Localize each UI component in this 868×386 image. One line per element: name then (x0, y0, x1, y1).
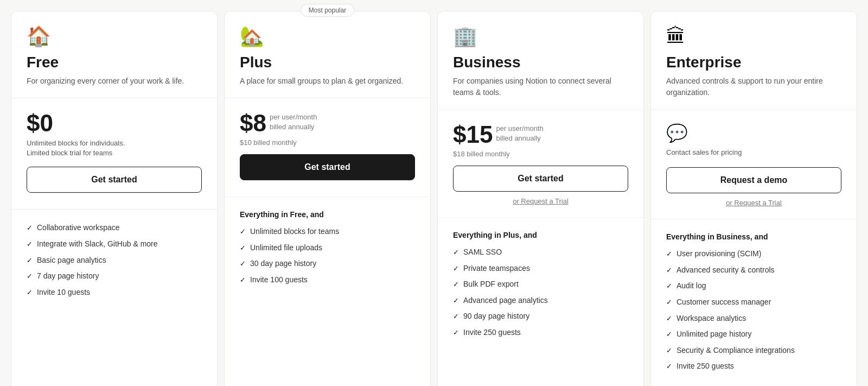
feature-item: ✓ Integrate with Slack, GitHub & more (27, 239, 202, 250)
feature-item: ✓ Audit log (666, 281, 841, 292)
features-heading-enterprise: Everything in Business, and (666, 232, 841, 241)
feature-text: Audit log (676, 281, 706, 292)
card-features-free: ✓ Collaborative workspace ✓ Integrate wi… (11, 210, 217, 318)
feature-text: Basic page analytics (37, 255, 106, 266)
chat-icon: 💬 (666, 123, 841, 143)
price-monthly-plus: $10 billed monthly (240, 138, 415, 147)
feature-text: 30 day page history (250, 258, 316, 269)
feature-item: ✓ Basic page analytics (27, 255, 202, 266)
card-pricing-business: $15 per user/monthbilled annually $18 bi… (438, 110, 643, 218)
feature-text: Unlimited blocks for teams (250, 226, 339, 237)
plan-icon-enterprise: 🏛 (666, 27, 841, 46)
card-header-enterprise: 🏛 Enterprise Advanced controls & support… (651, 11, 857, 110)
feature-text: Unlimited page history (676, 329, 752, 340)
check-icon: ✓ (666, 314, 672, 324)
check-icon: ✓ (453, 328, 459, 338)
plan-description-free: For organizing every corner of your work… (27, 75, 202, 87)
card-features-business: Everything in Plus, and ✓ SAML SSO ✓ Pri… (438, 218, 643, 359)
feature-item: ✓ 7 day page history (27, 271, 202, 282)
feature-item: ✓ Unlimited blocks for teams (240, 226, 415, 237)
feature-item: ✓ Invite 250 guests (666, 361, 841, 372)
plan-card-business: 🏢 Business For companies using Notion to… (437, 11, 644, 386)
price-row-free: $0 (27, 111, 202, 135)
check-icon: ✓ (240, 259, 246, 269)
features-heading-plus: Everything in Free, and (240, 210, 415, 219)
card-features-plus: Everything in Free, and ✓ Unlimited bloc… (225, 197, 430, 306)
feature-item: ✓ Unlimited file uploads (240, 243, 415, 254)
card-pricing-plus: $8 per user/monthbilled annually $10 bil… (225, 98, 430, 197)
feature-text: User provisioning (SCIM) (676, 249, 761, 260)
feature-text: Integrate with Slack, GitHub & more (37, 239, 158, 250)
feature-text: Workspace analytics (676, 313, 746, 324)
plan-card-free: 🏠 Free For organizing every corner of yo… (11, 11, 218, 386)
check-icon: ✓ (240, 275, 246, 285)
feature-item: ✓ User provisioning (SCIM) (666, 249, 841, 260)
card-features-enterprise: Everything in Business, and ✓ User provi… (651, 219, 857, 386)
price-details-business: per user/monthbilled annually (496, 124, 543, 145)
feature-item: ✓ 90 day page history (453, 311, 628, 322)
check-icon: ✓ (666, 281, 672, 291)
feature-item: ✓ Invite 250 guests (453, 327, 628, 338)
cta-button-enterprise[interactable]: Request a demo (666, 167, 841, 193)
check-icon: ✓ (453, 312, 459, 321)
feature-item: ✓ Advanced security & controls (666, 265, 841, 276)
features-heading-business: Everything in Plus, and (453, 231, 628, 239)
feature-text: Private teamspaces (463, 263, 530, 274)
feature-text: Customer success manager (676, 297, 771, 308)
price-details-plus: per user/monthbilled annually (270, 112, 317, 134)
card-pricing-free: $0 Unlimited blocks for individuals. Lim… (11, 98, 217, 210)
price-amount-business: $15 (453, 123, 493, 147)
plan-name-enterprise: Enterprise (666, 54, 841, 71)
feature-item: ✓ Invite 10 guests (27, 287, 202, 298)
feature-text: 7 day page history (37, 271, 99, 282)
request-trial-enterprise[interactable]: or Request a Trial (666, 199, 841, 208)
feature-text: Advanced page analytics (463, 295, 548, 306)
plan-name-business: Business (453, 54, 628, 71)
feature-text: Unlimited file uploads (250, 243, 322, 254)
feature-item: ✓ 30 day page history (240, 258, 415, 269)
check-icon: ✓ (240, 243, 246, 253)
price-amount-free: $0 (27, 111, 53, 135)
check-icon: ✓ (453, 248, 459, 257)
feature-item: ✓ Workspace analytics (666, 313, 841, 324)
feature-text: SAML SSO (463, 247, 502, 258)
feature-text: Invite 250 guests (463, 327, 521, 338)
plan-description-enterprise: Advanced controls & support to run your … (666, 75, 841, 98)
feature-text: Invite 250 guests (676, 361, 734, 372)
price-row-plus: $8 per user/monthbilled annually (240, 111, 415, 135)
cta-button-free[interactable]: Get started (27, 167, 202, 193)
feature-item: ✓ Invite 100 guests (240, 275, 415, 286)
card-header-free: 🏠 Free For organizing every corner of yo… (11, 11, 217, 98)
feature-text: 90 day page history (463, 311, 529, 322)
cta-button-business[interactable]: Get started (453, 166, 628, 192)
card-pricing-enterprise: 💬 Contact sales for pricing Request a de… (651, 110, 857, 219)
feature-item: ✓ Customer success manager (666, 297, 841, 308)
check-icon: ✓ (240, 227, 246, 237)
price-row-business: $15 per user/monthbilled annually (453, 123, 628, 147)
plan-name-free: Free (27, 54, 202, 71)
plan-description-plus: A place for small groups to plan & get o… (240, 75, 415, 87)
feature-item: ✓ Private teamspaces (453, 263, 628, 274)
card-header-business: 🏢 Business For companies using Notion to… (438, 11, 643, 110)
plan-card-enterprise: 🏛 Enterprise Advanced controls & support… (650, 11, 857, 386)
plan-card-plus: Most popular 🏡 Plus A place for small gr… (224, 11, 431, 386)
cta-button-plus[interactable]: Get started (240, 154, 415, 180)
check-icon: ✓ (666, 265, 672, 275)
request-trial-business[interactable]: or Request a Trial (453, 197, 628, 206)
feature-text: Bulk PDF export (463, 279, 519, 290)
feature-text: Invite 100 guests (250, 275, 308, 286)
feature-item: ✓ Bulk PDF export (453, 279, 628, 290)
check-icon: ✓ (27, 223, 33, 233)
card-header-plus: 🏡 Plus A place for small groups to plan … (225, 11, 430, 98)
price-monthly-business: $18 billed monthly (453, 150, 628, 158)
feature-text: Security & Compliance integrations (676, 345, 795, 356)
feature-item: ✓ Security & Compliance integrations (666, 345, 841, 356)
check-icon: ✓ (453, 264, 459, 274)
feature-item: ✓ Collaborative workspace (27, 223, 202, 233)
feature-text: Invite 10 guests (37, 287, 90, 298)
plan-icon-plus: 🏡 (240, 27, 415, 46)
check-icon: ✓ (27, 288, 33, 298)
check-icon: ✓ (666, 362, 672, 371)
feature-item: ✓ Advanced page analytics (453, 295, 628, 306)
check-icon: ✓ (453, 280, 459, 289)
